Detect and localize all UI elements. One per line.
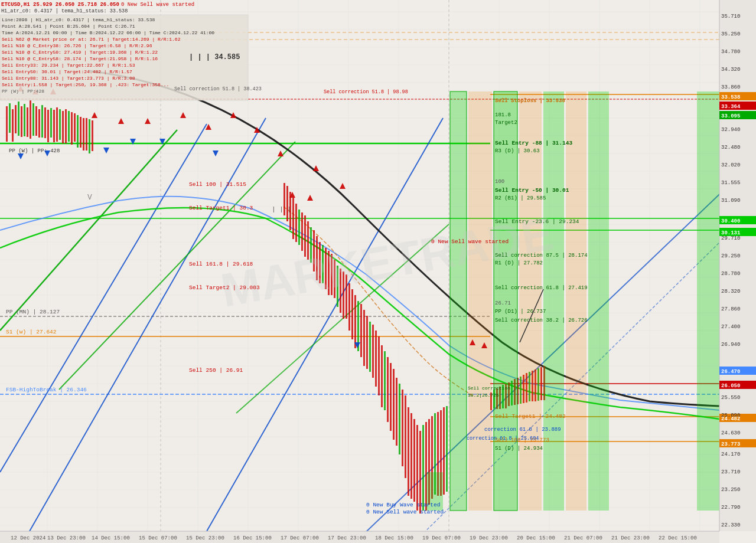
svg-text:30.400: 30.400 bbox=[721, 218, 740, 224]
svg-rect-152 bbox=[446, 406, 448, 492]
svg-text:33.364: 33.364 bbox=[721, 104, 741, 110]
svg-text:34.780: 34.780 bbox=[721, 49, 740, 55]
svg-text:S1 (w) | 27.642: S1 (w) | 27.642 bbox=[6, 329, 57, 335]
svg-rect-128 bbox=[375, 331, 377, 387]
svg-rect-82 bbox=[50, 108, 52, 138]
svg-text:38.2|26.726: 38.2|26.726 bbox=[468, 392, 499, 398]
svg-rect-144 bbox=[422, 425, 424, 511]
svg-rect-68 bbox=[9, 103, 11, 133]
svg-text:Sell Stoploss | 33.538: Sell Stoploss | 33.538 bbox=[495, 98, 565, 104]
svg-text:correction 61.8 | 23.889: correction 61.8 | 23.889 bbox=[484, 427, 561, 433]
svg-text:25.090: 25.090 bbox=[721, 413, 740, 418]
svg-text:18 Dec 15:00: 18 Dec 15:00 bbox=[375, 535, 413, 541]
svg-rect-126 bbox=[369, 322, 371, 372]
svg-rect-139 bbox=[408, 407, 409, 496]
svg-text:16 Dec 15:00: 16 Dec 15:00 bbox=[233, 535, 272, 541]
svg-rect-93 bbox=[83, 118, 84, 151]
svg-text:PP (W) | PP:428: PP (W) | PP:428 bbox=[2, 89, 44, 94]
svg-rect-81 bbox=[47, 110, 49, 142]
svg-rect-92 bbox=[80, 117, 82, 148]
svg-text:Point A:28.541 | Point B:25.60: Point A:28.541 | Point B:25.604 | Point … bbox=[2, 24, 135, 29]
svg-text:33.538: 33.538 bbox=[721, 94, 740, 100]
svg-text:PP (D1) | 26.737: PP (D1) | 26.737 bbox=[495, 309, 546, 315]
svg-text:Sell Entry -88 | 31.143: Sell Entry -88 | 31.143 bbox=[495, 140, 572, 146]
svg-text:Sell Entry33: 29.234 | Target:: Sell Entry33: 29.234 | Target:22.667 | R… bbox=[2, 63, 135, 68]
svg-text:34.320: 34.320 bbox=[721, 67, 740, 73]
svg-text:19 Dec 23:00: 19 Dec 23:00 bbox=[470, 535, 508, 541]
svg-text:Sell Target2 | 29.003: Sell Target2 | 29.003 bbox=[189, 284, 260, 291]
svg-text:19 Dec 07:00: 19 Dec 07:00 bbox=[422, 535, 461, 541]
svg-rect-123 bbox=[360, 304, 362, 357]
svg-text:Sell Target1 | 30.3: Sell Target1 | 30.3 bbox=[189, 205, 253, 211]
svg-rect-127 bbox=[372, 325, 374, 378]
svg-text:Sell 161.8 | 29.618: Sell 161.8 | 29.618 bbox=[189, 261, 253, 267]
svg-text:17 Dec 07:00: 17 Dec 07:00 bbox=[281, 535, 319, 541]
svg-text:Sell correction 51.8 | 98.98: Sell correction 51.8 | 98.98 bbox=[324, 89, 408, 95]
svg-rect-130 bbox=[381, 345, 383, 407]
svg-text:Target2: Target2 bbox=[495, 120, 517, 126]
svg-text:Sell correction 38.2 | 26.726: Sell correction 38.2 | 26.726 bbox=[495, 318, 588, 323]
svg-text:24.170: 24.170 bbox=[721, 452, 740, 457]
svg-text:33.860: 33.860 bbox=[721, 84, 740, 90]
svg-text:0 New Sell wave started: 0 New Sell wave started bbox=[366, 509, 444, 515]
svg-rect-178 bbox=[543, 91, 564, 511]
svg-text:22.790: 22.790 bbox=[721, 505, 740, 511]
svg-rect-179 bbox=[566, 91, 586, 511]
svg-rect-96 bbox=[92, 120, 93, 151]
svg-rect-125 bbox=[366, 316, 368, 369]
chart-container: MARKETRADE 33.538 33.364 33.095 30.400 3… bbox=[0, 0, 756, 543]
svg-text:26.71: 26.71 bbox=[495, 300, 511, 306]
svg-rect-133 bbox=[390, 363, 392, 431]
svg-rect-88 bbox=[68, 111, 70, 142]
svg-rect-77 bbox=[35, 106, 37, 136]
svg-text:25.550: 25.550 bbox=[721, 395, 740, 401]
svg-rect-76 bbox=[32, 103, 34, 136]
svg-rect-131 bbox=[384, 351, 386, 410]
svg-text:15 Dec 23:00: 15 Dec 23:00 bbox=[186, 535, 224, 541]
svg-rect-124 bbox=[363, 310, 365, 366]
svg-rect-143 bbox=[419, 431, 421, 513]
svg-text:100: 100 bbox=[495, 179, 504, 185]
svg-text:Sell %10 @ C_Entry50: 27.419 |: Sell %10 @ C_Entry50: 27.419 | Target:19… bbox=[2, 50, 158, 55]
svg-text:Sell Entry88: 31.143 | Target:: Sell Entry88: 31.143 | Target:23.773 | R… bbox=[2, 76, 135, 81]
svg-rect-72 bbox=[21, 106, 22, 137]
svg-text:28.780: 28.780 bbox=[721, 271, 740, 277]
svg-text:26.050: 26.050 bbox=[721, 383, 740, 389]
svg-text:Time A:2024.12.21 09:00 | Time: Time A:2024.12.21 09:00 | Time B:2024.12… bbox=[2, 30, 214, 35]
svg-text:S1 (D) | 24.934: S1 (D) | 24.934 bbox=[495, 446, 543, 452]
svg-rect-102 bbox=[298, 210, 300, 245]
svg-rect-132 bbox=[387, 357, 389, 422]
svg-text:22 Dec 15:00: 22 Dec 15:00 bbox=[659, 535, 697, 541]
svg-text:Sell correction 61.8 | 27.419: Sell correction 61.8 | 27.419 bbox=[495, 285, 588, 291]
svg-rect-84 bbox=[56, 107, 58, 142]
svg-rect-79 bbox=[41, 105, 43, 138]
svg-rect-137 bbox=[402, 390, 403, 466]
svg-text:Sell Entry:1.558 | Target:250,: Sell Entry:1.558 | Target:250, 19.368 | … bbox=[2, 82, 169, 87]
svg-text:PP (MN) | 28.127: PP (MN) | 28.127 bbox=[6, 309, 60, 315]
svg-text:35.250: 35.250 bbox=[721, 31, 740, 37]
svg-text:Sell %10 @ C_Entry58: 28.174 |: Sell %10 @ C_Entry58: 28.174 | Target:21… bbox=[2, 56, 158, 61]
svg-text:15 Dec 07:00: 15 Dec 07:00 bbox=[139, 535, 177, 541]
svg-text:0 New Buy Wave started: 0 New Buy Wave started bbox=[366, 502, 440, 508]
svg-rect-181 bbox=[697, 91, 719, 511]
chart-svg: MARKETRADE 33.538 33.364 33.095 30.400 3… bbox=[0, 0, 756, 543]
svg-text:27.860: 27.860 bbox=[721, 306, 740, 312]
svg-rect-141 bbox=[413, 419, 415, 502]
svg-rect-91 bbox=[77, 115, 79, 148]
svg-rect-73 bbox=[24, 104, 25, 136]
svg-rect-89 bbox=[71, 112, 73, 145]
svg-rect-67 bbox=[6, 106, 8, 142]
svg-rect-98 bbox=[286, 186, 288, 221]
svg-text:R2 (B1) | 29.585: R2 (B1) | 29.585 bbox=[495, 195, 546, 201]
svg-text:181.8: 181.8 bbox=[495, 112, 511, 118]
svg-text:0 New Sell wave started: 0 New Sell wave started bbox=[121, 2, 194, 8]
svg-text:23.250: 23.250 bbox=[721, 487, 740, 493]
svg-text:26.940: 26.940 bbox=[721, 342, 740, 348]
svg-rect-85 bbox=[59, 109, 61, 140]
svg-rect-70 bbox=[15, 105, 17, 133]
svg-text:35.710: 35.710 bbox=[721, 14, 740, 19]
svg-text:0 New Sell wave started: 0 New Sell wave started bbox=[431, 238, 509, 245]
svg-text:FSB-HighToBreak | 26.346: FSB-HighToBreak | 26.346 bbox=[6, 387, 87, 393]
svg-rect-180 bbox=[588, 91, 609, 511]
svg-text:| | |: | | | bbox=[272, 206, 291, 213]
